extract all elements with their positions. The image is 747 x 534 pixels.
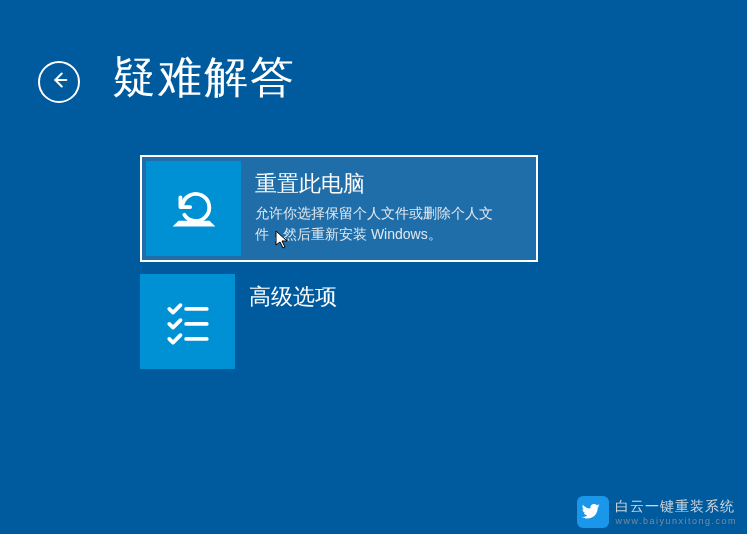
watermark: 白云一键重装系统 www.baiyunxitong.com — [577, 496, 737, 528]
option-desc: 允许你选择保留个人文件或删除个人文件，然后重新安装 Windows。 — [255, 203, 518, 245]
back-arrow-icon — [48, 69, 70, 95]
watermark-title: 白云一键重装系统 — [615, 498, 737, 516]
reset-icon — [146, 161, 241, 256]
option-reset-pc[interactable]: 重置此电脑 允许你选择保留个人文件或删除个人文件，然后重新安装 Windows。 — [140, 155, 538, 262]
watermark-url: www.baiyunxitong.com — [615, 516, 737, 526]
watermark-bird-icon — [577, 496, 609, 528]
option-title: 重置此电脑 — [255, 169, 518, 199]
option-title: 高级选项 — [249, 282, 516, 312]
advanced-options-icon — [140, 274, 235, 369]
page-title: 疑难解答 — [112, 48, 296, 107]
back-button[interactable] — [38, 61, 80, 103]
option-advanced[interactable]: 高级选项 — [140, 274, 530, 369]
